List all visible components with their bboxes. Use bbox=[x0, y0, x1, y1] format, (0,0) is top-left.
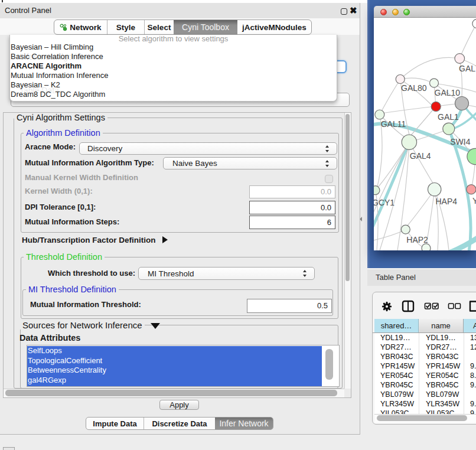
svg-text:YM: YM bbox=[472, 196, 476, 206]
svg-text:GAL1: GAL1 bbox=[438, 112, 459, 122]
svg-text:HAP4: HAP4 bbox=[436, 197, 458, 206]
svg-text:SWI4: SWI4 bbox=[450, 137, 470, 146]
svg-text:GAL4: GAL4 bbox=[410, 151, 431, 161]
svg-text:HAP2: HAP2 bbox=[406, 235, 428, 244]
svg-text:GAL7: GAL7 bbox=[459, 64, 476, 73]
svg-text:GAL10: GAL10 bbox=[435, 88, 461, 97]
svg-text:GAL80: GAL80 bbox=[401, 83, 427, 93]
svg-text:GCY1: GCY1 bbox=[374, 198, 395, 207]
svg-text:GAL11: GAL11 bbox=[381, 119, 406, 129]
